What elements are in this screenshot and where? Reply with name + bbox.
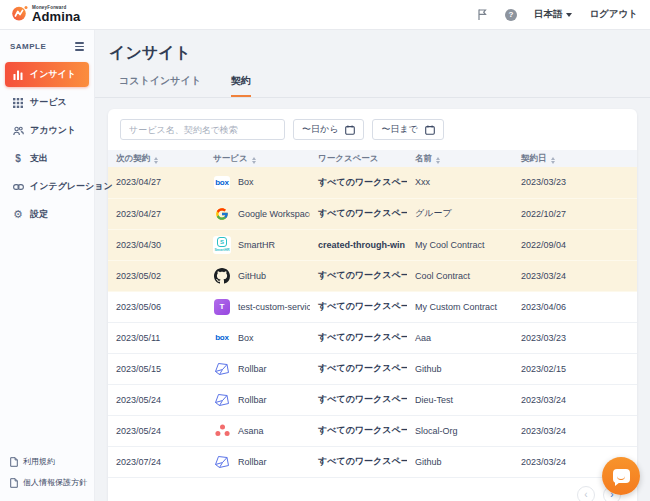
table-row[interactable]: 2023/05/15 Rollbar すべてのワークスペース Github 20…	[108, 353, 637, 384]
tab-contracts[interactable]: 契約	[231, 74, 251, 97]
table-row[interactable]: 2023/04/27 Google Workspace すべてのワークスペース …	[108, 198, 637, 229]
terms-link[interactable]: 利用規約	[0, 451, 94, 472]
cell-workspace: すべてのワークスペース	[310, 322, 407, 353]
users-icon	[12, 126, 24, 136]
cell-next-contract: 2023/05/15	[108, 353, 205, 384]
cell-name: Slocal-Org	[407, 415, 513, 446]
calendar-icon	[425, 125, 435, 135]
sort-icon	[551, 157, 555, 164]
cell-name: グループ	[407, 198, 513, 229]
cell-name: Dieu-Test	[407, 384, 513, 415]
cell-service: Google Workspace	[205, 198, 310, 229]
cell-next-contract: 2023/05/06	[108, 291, 205, 322]
smarthr-icon: SSmartHR	[213, 236, 231, 254]
gear-icon: ⚙	[12, 209, 24, 220]
cell-workspace: すべてのワークスペース	[310, 415, 407, 446]
language-selector[interactable]: 日本語	[534, 8, 573, 21]
cell-contract-date: 2022/10/27	[513, 198, 637, 229]
workspace-name: SAMPLE	[10, 42, 46, 51]
rollbar-icon	[213, 391, 231, 409]
table-row[interactable]: 2023/05/02 GitHub すべてのワークスペース Cool Contr…	[108, 260, 637, 291]
cell-workspace: すべてのワークスペース	[310, 198, 407, 229]
col-contract-date[interactable]: 契約日	[513, 150, 637, 167]
table-row[interactable]: 2023/07/24 Rollbar すべてのワークスペース Github 20…	[108, 446, 637, 477]
rollbar-icon	[213, 453, 231, 471]
date-to-label: 〜日まで	[381, 123, 417, 136]
asana-icon	[213, 422, 231, 440]
date-to-picker[interactable]: 〜日まで	[372, 119, 443, 140]
language-label: 日本語	[534, 8, 563, 21]
grid-icon	[12, 98, 24, 108]
sidebar-menu: インサイト サービス アカウント $ 支出 インテグレーション ⚙ 設定	[0, 62, 94, 227]
cell-contract-date: 2023/03/23	[513, 322, 637, 353]
sidebar-item-label: 設定	[30, 208, 48, 221]
sidebar-item-label: インテグレーション	[30, 180, 113, 193]
cell-next-contract: 2023/04/27	[108, 167, 205, 198]
help-icon[interactable]: ?	[505, 9, 517, 21]
cell-workspace: すべてのワークスペース	[310, 260, 407, 291]
cell-workspace: すべてのワークスペース	[310, 446, 407, 477]
chat-widget-button[interactable]	[602, 457, 640, 495]
sidebar-collapse-icon[interactable]	[75, 42, 84, 50]
cell-service: Rollbar	[205, 384, 310, 415]
terms-label: 利用規約	[23, 456, 55, 467]
sidebar-item-accounts[interactable]: アカウント	[5, 118, 89, 143]
filter-row: 〜日から 〜日まで	[108, 109, 637, 150]
document-icon	[10, 457, 18, 467]
cell-name: Github	[407, 446, 513, 477]
google-workspace-icon	[213, 205, 231, 223]
cell-name: My Cool Contract	[407, 229, 513, 260]
table-row[interactable]: 2023/04/27 boxBox すべてのワークスペース Xxx 2023/0…	[108, 167, 637, 198]
cell-service: boxBox	[205, 167, 310, 198]
cell-next-contract: 2023/05/24	[108, 415, 205, 446]
table-row[interactable]: 2023/05/11 boxBox すべてのワークスペース Aaa 2023/0…	[108, 322, 637, 353]
prev-page-button[interactable]: ‹	[577, 486, 595, 501]
tab-bar: コストインサイト 契約	[95, 64, 650, 98]
top-bar: MoneyForward Admina ? 日本語 ログアウト	[0, 0, 650, 30]
sidebar-item-integrations[interactable]: インテグレーション	[5, 174, 89, 199]
whats-new-flag-icon[interactable]	[477, 8, 488, 21]
box-logo-icon: box	[214, 176, 230, 189]
main-content: インサイト コストインサイト 契約 〜日から 〜日まで	[95, 30, 650, 501]
sidebar-footer: 利用規約 個人情報保護方針	[0, 451, 94, 493]
bar-chart-icon	[12, 70, 24, 80]
cell-name: My Custom Contract	[407, 291, 513, 322]
page-title: インサイト	[109, 43, 650, 64]
cell-contract-date: 2023/03/23	[513, 167, 637, 198]
col-workspace: ワークスペース	[310, 150, 407, 167]
table-row[interactable]: 2023/05/24 Rollbar すべてのワークスペース Dieu-Test…	[108, 384, 637, 415]
table-header-row: 次の契約 サービス ワークスペース 名前 契約日	[108, 150, 637, 167]
sidebar-item-settings[interactable]: ⚙ 設定	[5, 202, 89, 227]
sidebar-item-services[interactable]: サービス	[5, 90, 89, 115]
sidebar-item-insight[interactable]: インサイト	[5, 62, 89, 87]
col-name[interactable]: 名前	[407, 150, 513, 167]
cell-service: Asana	[205, 415, 310, 446]
col-next-contract[interactable]: 次の契約	[108, 150, 205, 167]
table-row[interactable]: 2023/04/30 SSmartHRSmartHR created-throu…	[108, 229, 637, 260]
tab-cost-insight[interactable]: コストインサイト	[119, 74, 201, 97]
table-row[interactable]: 2023/05/06 Ttest-custom-service すべてのワークス…	[108, 291, 637, 322]
moneyforward-mark-icon	[12, 5, 28, 25]
cell-name: Xxx	[407, 167, 513, 198]
calendar-icon	[345, 125, 355, 135]
cell-next-contract: 2023/05/24	[108, 384, 205, 415]
cell-service: boxBox	[205, 322, 310, 353]
chat-bubble-icon	[613, 469, 630, 483]
cell-workspace: すべてのワークスペース	[310, 353, 407, 384]
custom-service-icon: T	[214, 299, 230, 315]
col-service[interactable]: サービス	[205, 150, 310, 167]
admina-logo[interactable]: MoneyForward Admina	[12, 5, 80, 25]
pagination: ‹ ›	[108, 478, 637, 501]
privacy-policy-link[interactable]: 個人情報保護方針	[0, 472, 94, 493]
cell-name: Github	[407, 353, 513, 384]
cell-name: Aaa	[407, 322, 513, 353]
logout-button[interactable]: ログアウト	[589, 8, 638, 21]
cell-service: Rollbar	[205, 446, 310, 477]
date-from-picker[interactable]: 〜日から	[293, 119, 364, 140]
table-row[interactable]: 2023/05/24 Asana すべてのワークスペース Slocal-Org …	[108, 415, 637, 446]
box-logo-icon: box	[214, 331, 230, 344]
document-icon	[10, 478, 18, 488]
search-input[interactable]	[120, 119, 285, 140]
cell-contract-date: 2023/04/06	[513, 291, 637, 322]
sidebar-item-spend[interactable]: $ 支出	[5, 146, 89, 171]
